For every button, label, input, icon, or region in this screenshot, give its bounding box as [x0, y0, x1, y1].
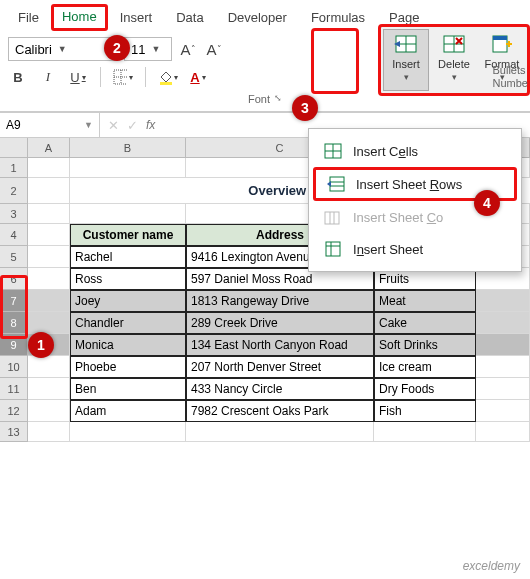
cell[interactable]: 134 East North Canyon Road — [186, 334, 374, 356]
fx-label[interactable]: fx — [146, 118, 155, 132]
cell[interactable]: Cake — [374, 312, 476, 334]
svg-rect-3 — [160, 82, 172, 85]
cell[interactable]: Phoebe — [70, 356, 186, 378]
cell[interactable] — [476, 400, 530, 422]
cell[interactable] — [476, 290, 530, 312]
col-header-A[interactable]: A — [28, 138, 70, 157]
cell[interactable]: 1813 Rangeway Drive — [186, 290, 374, 312]
cell[interactable] — [476, 356, 530, 378]
row-header[interactable]: 8 — [0, 312, 28, 334]
chevron-down-icon: ▼ — [84, 120, 93, 130]
chevron-down-icon: ▾ — [404, 72, 409, 82]
underline-button[interactable]: U▾ — [68, 67, 88, 87]
row-header[interactable]: 6 — [0, 268, 28, 290]
cell[interactable] — [28, 422, 70, 442]
cell[interactable] — [28, 158, 70, 178]
italic-button[interactable]: I — [38, 67, 58, 87]
table-row: 7Joey1813 Rangeway DriveMeat — [0, 290, 530, 312]
cell[interactable]: 433 Nancy Circle — [186, 378, 374, 400]
row-header[interactable]: 10 — [0, 356, 28, 378]
cell[interactable] — [28, 268, 70, 290]
cell[interactable] — [28, 246, 70, 268]
col-header-B[interactable]: B — [70, 138, 186, 157]
enter-icon[interactable]: ✓ — [127, 118, 138, 133]
table-row: 10Phoebe207 North Denver StreetIce cream — [0, 356, 530, 378]
cell[interactable] — [28, 290, 70, 312]
cell[interactable] — [28, 178, 70, 204]
cell[interactable] — [186, 422, 374, 442]
cell[interactable]: Ross — [70, 268, 186, 290]
separator — [145, 67, 146, 87]
row-header[interactable]: 4 — [0, 224, 28, 246]
borders-button[interactable]: ▾ — [113, 67, 133, 87]
tab-insert[interactable]: Insert — [108, 4, 165, 31]
menu-label: Insert Sheet Co — [353, 210, 443, 225]
cell[interactable] — [476, 422, 530, 442]
cell[interactable]: Joey — [70, 290, 186, 312]
insert-dropdown-button[interactable]: Insert ▾ — [383, 29, 429, 91]
cell[interactable] — [28, 224, 70, 246]
cell[interactable] — [70, 422, 186, 442]
cell[interactable]: 207 North Denver Street — [186, 356, 374, 378]
tab-file[interactable]: File — [6, 4, 51, 31]
chevron-down-icon: ▾ — [82, 73, 86, 82]
row-header[interactable]: 13 — [0, 422, 28, 442]
cell[interactable] — [374, 422, 476, 442]
dialog-launcher-icon[interactable]: ⤡ — [274, 93, 282, 105]
row-header[interactable]: 12 — [0, 400, 28, 422]
cell[interactable] — [476, 312, 530, 334]
delete-dropdown-button[interactable]: Delete ▾ — [431, 29, 477, 91]
bold-button[interactable]: B — [8, 67, 28, 87]
cell[interactable] — [28, 356, 70, 378]
cell[interactable] — [28, 400, 70, 422]
font-size-combo[interactable]: 11 ▼ — [124, 37, 172, 61]
chevron-down-icon: ▼ — [58, 44, 67, 54]
menu-insert-sheet[interactable]: Insert Sheet — [309, 233, 521, 265]
cell[interactable]: Dry Foods — [374, 378, 476, 400]
table-row: 11Ben433 Nancy CircleDry Foods — [0, 378, 530, 400]
row-header[interactable]: 2 — [0, 178, 28, 204]
tab-home[interactable]: Home — [51, 4, 108, 31]
cell[interactable]: Meat — [374, 290, 476, 312]
cell[interactable] — [28, 312, 70, 334]
cell[interactable] — [28, 204, 70, 224]
cell[interactable] — [28, 378, 70, 400]
decrease-font-icon[interactable]: A˅ — [204, 39, 224, 59]
menu-insert-cells[interactable]: Insert Cells — [309, 135, 521, 167]
tab-data[interactable]: Data — [164, 4, 215, 31]
cell[interactable] — [476, 378, 530, 400]
insert-cells-icon — [394, 34, 418, 54]
font-color-button[interactable]: A▾ — [188, 67, 208, 87]
row-header[interactable]: 1 — [0, 158, 28, 178]
increase-font-icon[interactable]: A˄ — [178, 39, 198, 59]
row-header[interactable]: 5 — [0, 246, 28, 268]
cell[interactable] — [476, 334, 530, 356]
cell[interactable]: Fish — [374, 400, 476, 422]
cell[interactable]: Soft Drinks — [374, 334, 476, 356]
cell[interactable]: Rachel — [70, 246, 186, 268]
cell[interactable]: Adam — [70, 400, 186, 422]
cell[interactable]: Ice cream — [374, 356, 476, 378]
callout-3: 3 — [292, 95, 318, 121]
bullets-group-label: Bullets Numbe — [493, 64, 528, 90]
tab-formulas[interactable]: Formulas — [299, 4, 377, 31]
row-header[interactable]: 9 — [0, 334, 28, 356]
cancel-icon[interactable]: ✕ — [108, 118, 119, 133]
font-name-combo[interactable]: Calibri ▼ — [8, 37, 118, 61]
row-header[interactable]: 11 — [0, 378, 28, 400]
row-header[interactable]: 3 — [0, 204, 28, 224]
cell[interactable]: 289 Creek Drive — [186, 312, 374, 334]
fill-color-button[interactable]: ▾ — [158, 67, 178, 87]
header-customer[interactable]: Customer name — [70, 224, 186, 246]
formula-controls: ✕ ✓ fx — [100, 118, 163, 133]
cell[interactable]: Monica — [70, 334, 186, 356]
cell[interactable]: 7982 Crescent Oaks Park — [186, 400, 374, 422]
cell[interactable]: Chandler — [70, 312, 186, 334]
name-box[interactable]: A9 ▼ — [0, 113, 100, 137]
row-header[interactable]: 7 — [0, 290, 28, 312]
cell[interactable] — [70, 204, 186, 224]
cell[interactable]: Ben — [70, 378, 186, 400]
select-all-corner[interactable] — [0, 138, 28, 157]
tab-developer[interactable]: Developer — [216, 4, 299, 31]
cell[interactable] — [70, 158, 186, 178]
